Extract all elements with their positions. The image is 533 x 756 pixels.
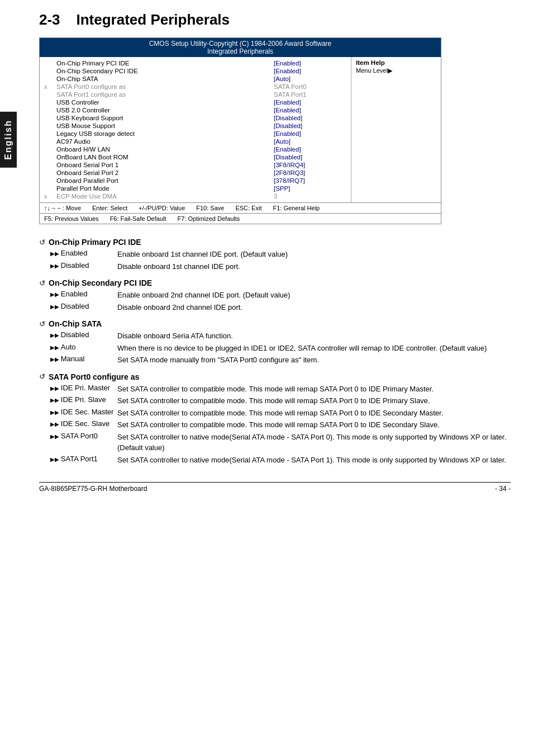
option-desc: Enable onboard 1st channel IDE port. (De… [117, 249, 511, 260]
option-desc: Enable onboard 2nd channel IDE port. (De… [117, 290, 511, 301]
bios-setup-box: CMOS Setup Utility-Copyright (C) 1984-20… [39, 37, 441, 224]
bios-row[interactable]: USB 2.0 Controller [Enabled] [44, 106, 346, 114]
option-label: Auto [50, 343, 117, 354]
option-row: AutoWhen there is no device to be plugge… [39, 343, 511, 354]
option-label: SATA Port0 [50, 432, 117, 453]
page-footer: GA-8I865PE775-G-RH Motherboard - 34 - [39, 482, 511, 493]
bios-header-line1: CMOS Setup Utility-Copyright (C) 1984-20… [43, 40, 437, 48]
section-0: On-Chip Primary PCI IDEEnabledEnable onb… [39, 238, 511, 272]
bios-row[interactable]: OnBoard LAN Boot ROM [Disabled] [44, 153, 346, 161]
bios-help-panel: Item Help Menu Level▶ [351, 57, 441, 202]
bios-row[interactable]: AC97 Audio [Auto] [44, 138, 346, 145]
bios-footer-row2: F5: Previous Values F6: Fail-Safe Defaul… [40, 213, 441, 224]
option-row: DisabledDisable onboard 1st channel IDE … [39, 261, 511, 272]
option-label: IDE Sec. Master [50, 408, 117, 419]
option-label: IDE Pri. Slave [50, 395, 117, 407]
title-prefix: 2-3 [39, 11, 60, 28]
page-title: 2-3 Integrated Peripherals [39, 11, 511, 29]
bios-row[interactable]: On-Chip Secondary PCI IDE [Enabled] [44, 67, 346, 75]
bios-row[interactable]: Legacy USB storage detect [Enabled] [44, 130, 346, 138]
option-desc: Disable onboard Seria ATA function. [117, 330, 511, 342]
option-row: SATA Port0Set SATA controller to native … [39, 432, 511, 453]
option-label: SATA Port1 [50, 455, 117, 466]
option-label: Disabled [50, 302, 117, 313]
option-label: IDE Sec. Slave [50, 419, 117, 431]
option-row: EnabledEnable onboard 2nd channel IDE po… [39, 290, 511, 301]
option-desc: Disable onboard 1st channel IDE port. [117, 261, 511, 272]
bios-row[interactable]: USB Keyboard Support [Disabled] [44, 114, 346, 122]
bios-settings-panel: On-Chip Primary PCI IDE [Enabled] On-Chi… [40, 57, 351, 202]
bios-header-line2: Integrated Peripherals [43, 48, 437, 55]
footer-value: +/-/PU/PD: Value [139, 205, 185, 211]
option-desc: Set SATA controller to compatible mode. … [117, 395, 511, 407]
bios-row[interactable]: x SATA Port0 configure as SATA Port0 [44, 83, 346, 91]
option-label: IDE Pri. Master [50, 384, 117, 395]
option-row: SATA Port1Set SATA controller to native … [39, 455, 511, 466]
footer-select: Enter: Select [92, 205, 127, 211]
section-2: On-Chip SATADisabledDisable onboard Seri… [39, 319, 511, 366]
option-row: EnabledEnable onboard 1st channel IDE po… [39, 249, 511, 260]
option-row: ManualSet SATA mode manually from "SATA … [39, 355, 511, 366]
bios-help-title: Item Help [356, 59, 436, 66]
bios-row[interactable]: On-Chip SATA [Auto] [44, 75, 346, 83]
option-desc: Set SATA controller to native mode(Seria… [117, 455, 511, 466]
bios-row[interactable]: x ECP Mode Use DMA 3 [44, 192, 346, 200]
bios-row[interactable]: Onboard Parallel Port [378/IRQ7] [44, 177, 346, 185]
bios-row[interactable]: Onboard Serial Port 2 [2F8/IRQ3] [44, 169, 346, 177]
bios-row[interactable]: SATA Port1 configure as SATA Port1 [44, 91, 346, 98]
section-title-1: On-Chip Secondary PCI IDE [39, 278, 511, 287]
option-row: IDE Sec. MasterSet SATA controller to co… [39, 408, 511, 419]
option-label: Enabled [50, 290, 117, 301]
bios-row[interactable]: Parallel Port Mode [SPP] [44, 185, 346, 192]
footer-failsafe: F6: Fail-Safe Default [110, 215, 166, 222]
bios-row[interactable]: USB Mouse Support [Disabled] [44, 122, 346, 130]
option-label: Disabled [50, 261, 117, 272]
option-row: DisabledDisable onboard 2nd channel IDE … [39, 302, 511, 313]
option-label: Manual [50, 355, 117, 366]
section-title-0: On-Chip Primary PCI IDE [39, 238, 511, 247]
option-desc: Set SATA controller to compatible mode. … [117, 384, 511, 395]
footer-help: F1: General Help [273, 205, 320, 211]
section-title-3: SATA Port0 configure as [39, 372, 511, 381]
bios-row[interactable]: Onboard H/W LAN [Enabled] [44, 145, 346, 153]
option-label: Enabled [50, 249, 117, 260]
option-row: DisabledDisable onboard Seria ATA functi… [39, 330, 511, 342]
option-desc: Set SATA controller to compatible mode. … [117, 419, 511, 431]
footer-model: GA-8I865PE775-G-RH Motherboard [39, 485, 147, 493]
option-row: IDE Pri. MasterSet SATA controller to co… [39, 384, 511, 395]
footer-exit: ESC: Exit [235, 205, 261, 211]
section-title-2: On-Chip SATA [39, 319, 511, 328]
footer-save: F10: Save [196, 205, 224, 211]
bios-row[interactable]: On-Chip Primary PCI IDE [Enabled] [44, 59, 346, 67]
footer-move: ↑↓→←: Move [44, 205, 81, 211]
title-text: Integrated Peripherals [76, 11, 230, 28]
footer-prev: F5: Previous Values [44, 215, 99, 222]
section-3: SATA Port0 configure asIDE Pri. MasterSe… [39, 372, 511, 466]
bios-header: CMOS Setup Utility-Copyright (C) 1984-20… [40, 38, 441, 57]
bios-row[interactable]: USB Controller [Enabled] [44, 98, 346, 106]
option-label: Disabled [50, 330, 117, 342]
option-desc: When there is no device to be plugged in… [117, 343, 511, 354]
section-1: On-Chip Secondary PCI IDEEnabledEnable o… [39, 278, 511, 313]
option-desc: Set SATA controller to native mode(Seria… [117, 432, 511, 453]
option-row: IDE Pri. SlaveSet SATA controller to com… [39, 395, 511, 407]
bios-footer: ↑↓→←: Move Enter: Select +/-/PU/PD: Valu… [40, 202, 441, 213]
sidebar-english-label: English [0, 112, 17, 168]
bios-row[interactable]: Onboard Serial Port 1 [3F8/IRQ4] [44, 161, 346, 169]
footer-optimized: F7: Optimized Defaults [178, 215, 240, 222]
footer-page: - 34 - [495, 485, 511, 493]
option-desc: Disable onboard 2nd channel IDE port. [117, 302, 511, 313]
bios-help-menu: Menu Level▶ [356, 67, 436, 74]
option-desc: Set SATA controller to compatible mode. … [117, 408, 511, 419]
option-desc: Set SATA mode manually from "SATA Port0 … [117, 355, 511, 366]
option-row: IDE Sec. SlaveSet SATA controller to com… [39, 419, 511, 431]
